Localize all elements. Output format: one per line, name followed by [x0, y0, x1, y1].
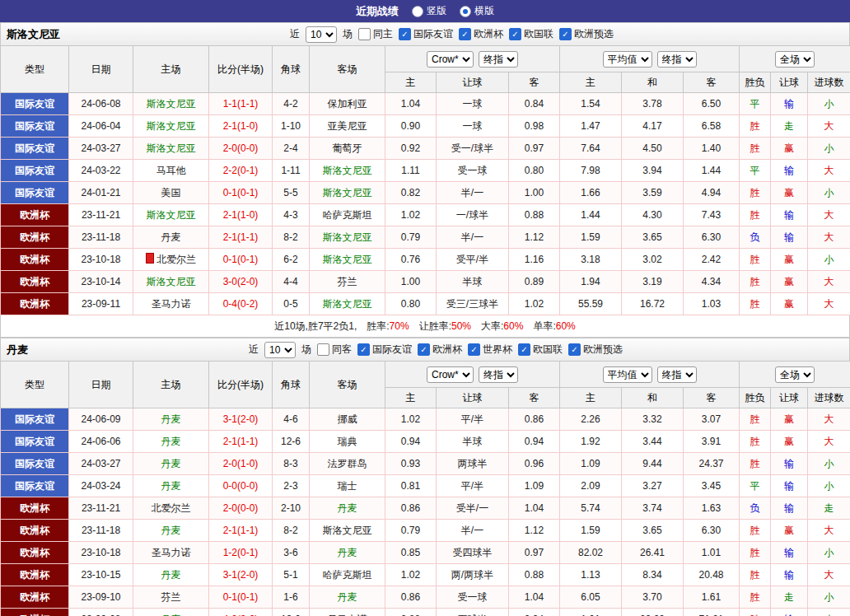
- result-value: 赢: [771, 293, 808, 315]
- league-checkbox[interactable]: 世界杯: [468, 343, 512, 357]
- bookmaker-select[interactable]: Crow*: [427, 366, 474, 383]
- home-team-cell: 丹麦: [133, 609, 209, 616]
- match-date: 23-11-18: [69, 226, 133, 249]
- away-team-name: 斯洛文尼亚: [323, 165, 372, 176]
- euro-odds-value: 4.30: [622, 204, 684, 226]
- home-team-name: 美国: [161, 187, 181, 198]
- same-venue-label: 同客: [332, 343, 352, 357]
- league-filter-list: 国际友谊欧洲杯欧国联欧洲预选: [399, 27, 614, 41]
- scope-select[interactable]: 全场: [775, 366, 815, 383]
- match-type-badge: 欧洲杯: [1, 520, 69, 542]
- corner-score: 5-5: [273, 182, 310, 204]
- col-away: 客场: [310, 46, 385, 93]
- home-team-name: 北爱尔兰: [156, 254, 196, 265]
- col-result-wdl: 胜负: [740, 388, 771, 408]
- away-team-cell: 斯洛文尼亚: [310, 249, 385, 271]
- asian-odds-value: 一/球半: [437, 204, 509, 226]
- same-venue-checkbox[interactable]: 同主: [358, 27, 393, 41]
- away-team-cell: 哈萨克斯坦: [310, 564, 385, 586]
- home-team-name: 丹麦: [161, 480, 181, 492]
- match-count-select[interactable]: 10: [306, 26, 337, 43]
- away-team-name: 挪威: [338, 413, 357, 425]
- match-row: 欧洲杯23-11-18丹麦2-1(1-1)8-2斯洛文尼亚0.79半/一1.12…: [1, 226, 850, 249]
- match-date: 24-03-27: [69, 138, 133, 160]
- home-team-cell: 北爱尔兰: [133, 249, 209, 271]
- home-team-cell: 斯洛文尼亚: [133, 115, 209, 138]
- col-away: 客场: [310, 362, 385, 408]
- average-select[interactable]: 平均值: [603, 51, 652, 68]
- layout-radio-horizontal[interactable]: 横版: [460, 4, 494, 18]
- result-header: 全场: [740, 46, 850, 72]
- euro-odds-value: 20.48: [684, 564, 740, 586]
- col-result-handicap: 让球: [771, 388, 808, 408]
- league-checkbox[interactable]: 欧洲杯: [418, 343, 462, 357]
- match-type-badge: 国际友谊: [1, 93, 69, 115]
- away-team-name: 圣马力诺: [328, 614, 367, 616]
- euro-odds-value: 2.09: [560, 475, 622, 497]
- summary-stat: 单率:60%: [533, 320, 575, 334]
- away-team-name: 芬兰: [338, 276, 357, 287]
- asian-odds-value: 两/两球半: [437, 564, 509, 586]
- result-value: 大: [808, 431, 850, 453]
- euro-odds-value: 1.01: [560, 609, 622, 616]
- euro-odds-value: 3.59: [622, 182, 684, 204]
- home-team-cell: 丹麦: [133, 564, 209, 586]
- scope-select[interactable]: 全场: [775, 51, 815, 68]
- result-value: 输: [771, 475, 808, 497]
- league-checkbox[interactable]: 欧洲杯: [459, 27, 503, 41]
- bookmaker-select[interactable]: Crow*: [427, 51, 474, 68]
- result-value: 输: [771, 453, 808, 475]
- match-type-badge: 国际友谊: [1, 408, 69, 431]
- euro-odds-value: 3.07: [684, 408, 740, 431]
- league-checkbox[interactable]: 欧国联: [509, 27, 553, 41]
- asia-time-select[interactable]: 终指: [479, 51, 518, 68]
- away-team-cell: 斯洛文尼亚: [310, 520, 385, 542]
- match-type-badge: 欧洲杯: [1, 271, 69, 293]
- asian-odds-value: 0.94: [385, 431, 437, 453]
- result-value: 平: [740, 475, 771, 497]
- home-team-name: 圣马力诺: [152, 298, 191, 310]
- layout-radio-vertical[interactable]: 竖版: [412, 4, 446, 18]
- match-count-select[interactable]: 10: [264, 342, 296, 358]
- away-team-name: 亚美尼亚: [328, 120, 367, 132]
- asian-odds-value: 1.04: [509, 497, 560, 520]
- asian-odds-value: 一球: [437, 93, 509, 115]
- league-label: 欧洲杯: [432, 343, 462, 357]
- league-checkbox[interactable]: 国际友谊: [399, 27, 453, 41]
- match-type-badge: 欧洲杯: [1, 293, 69, 315]
- same-venue-checkbox[interactable]: 同客: [317, 343, 352, 357]
- match-score: 0-1(0-1): [209, 249, 273, 271]
- home-team-name: 芬兰: [161, 591, 181, 603]
- league-checkbox[interactable]: 欧洲预选: [559, 27, 614, 41]
- league-checkbox[interactable]: 欧洲预选: [568, 343, 623, 357]
- stat-label: 胜率:: [367, 320, 389, 332]
- league-checkbox[interactable]: 国际友谊: [357, 343, 412, 357]
- col-corner: 角球: [273, 362, 310, 408]
- radio-selected-icon: [460, 6, 471, 17]
- match-score: 0-1(0-1): [209, 182, 273, 204]
- col-result-goals: 进球数: [808, 72, 850, 93]
- asian-odds-value: 0.76: [385, 249, 437, 271]
- col-asia-away: 客: [509, 388, 560, 408]
- home-team-name: 斯洛文尼亚: [147, 98, 196, 110]
- match-flag-icon: [146, 253, 154, 264]
- match-type-badge: 国际友谊: [1, 115, 69, 138]
- match-score: 1-2(0-1): [209, 542, 273, 564]
- euro-odds-value: 1.09: [560, 453, 622, 475]
- match-date: 23-09-08: [69, 609, 133, 616]
- result-value: 胜: [740, 609, 771, 616]
- match-date: 23-09-10: [69, 586, 133, 609]
- league-checkbox[interactable]: 欧国联: [518, 343, 563, 357]
- league-label: 国际友谊: [372, 343, 412, 357]
- home-team-name: 丹麦: [161, 525, 181, 536]
- euro-odds-value: 3.02: [622, 249, 684, 271]
- match-row: 国际友谊24-06-08斯洛文尼亚1-1(1-1)4-2保加利亚1.04一球0.…: [1, 93, 850, 115]
- away-team-name: 保加利亚: [328, 98, 367, 110]
- away-team-name: 斯洛文尼亚: [323, 525, 372, 536]
- match-score: 0-1(0-1): [209, 586, 273, 609]
- home-team-name: 斯洛文尼亚: [147, 209, 196, 221]
- euro-time-select[interactable]: 终指: [657, 366, 697, 383]
- euro-time-select[interactable]: 终指: [657, 51, 697, 68]
- asia-time-select[interactable]: 终指: [479, 366, 518, 383]
- average-select[interactable]: 平均值: [603, 366, 652, 383]
